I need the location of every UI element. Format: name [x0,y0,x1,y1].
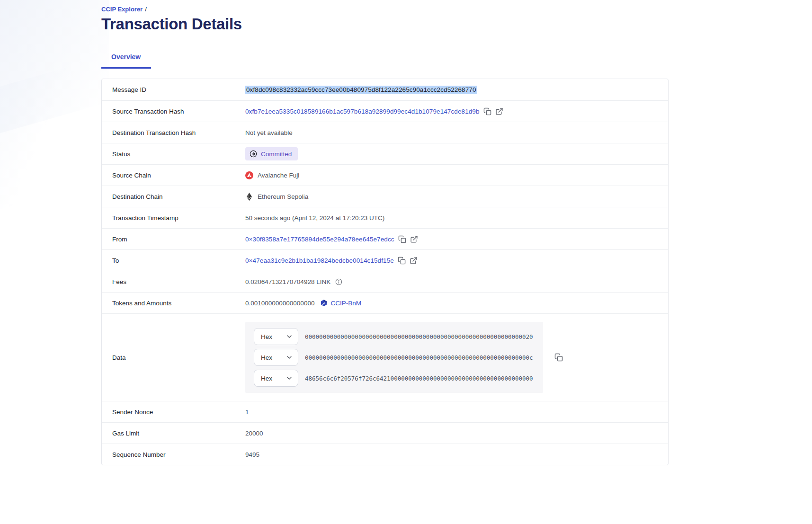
data-format-select[interactable]: Hex [254,370,298,387]
row-label: Status [102,151,245,158]
data-hex-value: 0000000000000000000000000000000000000000… [305,354,533,361]
dest-chain-value: Ethereum Sepolia [245,193,308,201]
row-dest-chain: Destination Chain Ethereum Sepolia [102,186,668,207]
chevron-down-icon [286,374,293,382]
copy-data-button[interactable] [554,353,563,362]
row-from: From 0×30f8358a7e17765894de55e294a78ee64… [102,228,668,249]
row-label: Sender Nonce [102,409,245,416]
data-format-select[interactable]: Hex [254,349,298,366]
data-format-label: Hex [261,333,272,340]
external-link-button[interactable] [410,235,418,243]
dest-chain-name: Ethereum Sepolia [258,193,308,200]
copy-icon [398,235,406,243]
row-label: Message ID [102,86,245,93]
data-format-select[interactable]: Hex [254,328,298,345]
row-to: To 0×47eaa31c9e2b1b1ba19824bedcbe0014c15… [102,249,668,271]
data-line-1: Hex 000000000000000000000000000000000000… [254,328,543,345]
external-link-button[interactable] [410,257,418,265]
from-address-link[interactable]: 0×30f8358a7e17765894de55e294a78ee645e7ed… [245,236,394,243]
row-gas-limit: Gas Limit 20000 [102,422,668,444]
row-sender-nonce: Sender Nonce 1 [102,401,668,422]
sender-nonce-value: 1 [245,409,249,416]
committed-status-icon [250,150,257,158]
breadcrumb-ccip-explorer-link[interactable]: CCIP Explorer [101,6,143,13]
row-label: Source Transaction Hash [102,108,245,115]
external-link-icon [410,257,418,265]
copy-icon [398,257,406,265]
to-address-link[interactable]: 0×47eaa31c9e2b1b1ba19824bedcbe0014c15df1… [245,257,394,264]
data-hex-value: 0000000000000000000000000000000000000000… [305,333,533,340]
token-amount-value: 0.001000000000000000 [245,300,314,307]
ccip-bnm-token-icon [320,299,328,307]
source-chain-name: Avalanche Fuji [258,172,299,179]
row-tokens-amounts: Tokens and Amounts 0.001000000000000000 … [102,292,668,313]
row-data: Data Hex 0000000000000000000000000000000… [102,313,668,401]
data-hex-panel: Hex 000000000000000000000000000000000000… [245,322,543,393]
source-tx-hash-link[interactable]: 0xfb7e1eea5335c018589166b1ac597b618a9289… [245,108,480,115]
row-label: From [102,236,245,243]
gas-limit-value: 20000 [245,430,263,437]
data-format-label: Hex [261,375,272,382]
row-message-id: Message ID 0xf8dc098c832332ac59ccc73ee00… [102,79,668,100]
message-id-value: 0xf8dc098c832332ac59ccc73ee00b480975d8f1… [245,86,477,94]
row-label: Destination Chain [102,193,245,200]
copy-icon [554,353,563,362]
ccip-bnm-token-link[interactable]: CCIP-BnM [330,300,361,307]
tab-bar: Overview [101,48,669,69]
ethereum-icon [247,193,252,201]
data-format-label: Hex [261,354,272,361]
transaction-details-card: Message ID 0xf8dc098c832332ac59ccc73ee00… [101,79,669,465]
timestamp-value: 50 seconds ago (April 12, 2024 at 17:20:… [245,214,384,222]
info-icon[interactable] [335,278,342,285]
row-status: Status Committed [102,143,668,164]
copy-button[interactable] [398,257,406,265]
row-label: Source Chain [102,172,245,179]
external-link-icon [410,235,418,243]
row-label: Sequence Number [102,451,245,458]
breadcrumb: CCIP Explorer/ [101,6,669,13]
row-label: Destination Transaction Hash [102,129,245,136]
row-source-chain: Source Chain Avalanche Fuji [102,164,668,186]
page-title: Transaction Details [101,15,669,33]
external-link-button[interactable] [495,107,503,115]
data-line-2: Hex 000000000000000000000000000000000000… [254,349,543,366]
status-badge: Committed [245,147,298,160]
row-label: Tokens and Amounts [102,300,245,307]
source-chain-value: Avalanche Fuji [245,171,299,179]
fees-value: 0.020647132170704928 LINK [245,278,330,285]
sequence-number-value: 9495 [245,451,259,458]
row-sequence-number: Sequence Number 9495 [102,444,668,465]
chevron-down-icon [286,354,293,361]
data-line-3: Hex 48656c6c6f20576f726c6421000000000000… [254,370,543,387]
copy-button[interactable] [483,107,491,115]
row-label: Transaction Timestamp [102,214,245,222]
row-fees: Fees 0.020647132170704928 LINK [102,271,668,292]
copy-icon [483,107,491,115]
copy-button[interactable] [398,235,406,243]
breadcrumb-separator: / [145,6,147,13]
transaction-details-page: CCIP Explorer/ Transaction Details Overv… [0,0,812,524]
tab-overview[interactable]: Overview [101,48,151,69]
avalanche-icon [245,171,253,179]
chevron-down-icon [286,333,293,340]
status-badge-label: Committed [261,151,292,158]
data-hex-value: 48656c6c6f20576f726c64210000000000000000… [305,375,533,382]
row-label: To [102,257,245,264]
external-link-icon [495,107,503,115]
row-dest-tx-hash: Destination Transaction Hash Not yet ava… [102,122,668,143]
background-decor [0,68,66,236]
row-label: Data [102,354,245,361]
row-source-tx-hash: Source Transaction Hash 0xfb7e1eea5335c0… [102,100,668,122]
dest-tx-hash-value: Not yet available [245,129,293,136]
row-timestamp: Transaction Timestamp 50 seconds ago (Ap… [102,207,668,228]
row-label: Gas Limit [102,430,245,437]
row-label: Fees [102,278,245,285]
